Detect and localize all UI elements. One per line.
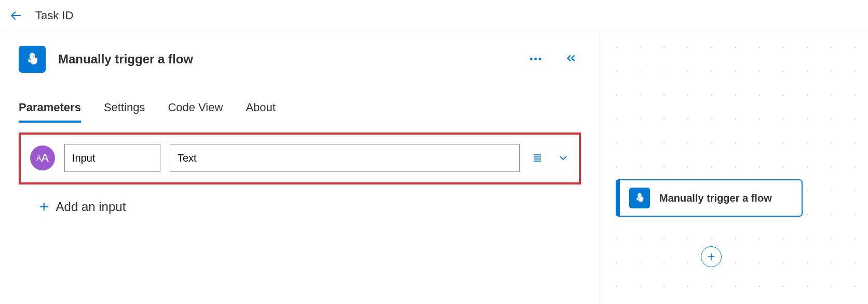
back-button[interactable] — [8, 8, 24, 23]
page-title: Task ID — [35, 9, 73, 22]
tabs: Parameters Settings Code View About — [19, 101, 581, 123]
more-actions-button[interactable]: ••• — [525, 52, 547, 67]
canvas-trigger-icon — [629, 188, 650, 208]
tab-code-view[interactable]: Code View — [168, 101, 223, 123]
configuration-panel: Manually trigger a flow ••• Parameters S… — [0, 31, 600, 304]
add-step-button[interactable] — [701, 246, 722, 267]
flow-canvas[interactable]: Manually trigger a flow — [600, 31, 868, 304]
main-area: Manually trigger a flow ••• Parameters S… — [0, 31, 868, 304]
list-icon — [531, 152, 544, 164]
plus-icon — [706, 251, 717, 262]
touch-icon — [634, 192, 645, 204]
parameter-expand-button[interactable] — [555, 150, 572, 166]
collapse-panel-button[interactable] — [561, 49, 581, 69]
arrow-left-icon — [8, 8, 24, 23]
trigger-title: Manually trigger a flow — [58, 52, 193, 67]
add-input-label: Add an input — [56, 200, 126, 214]
header-bar: Task ID — [0, 0, 868, 31]
trigger-icon — [19, 46, 46, 73]
parameter-name-input[interactable] — [64, 144, 160, 172]
tab-settings[interactable]: Settings — [104, 101, 145, 123]
tab-parameters[interactable]: Parameters — [19, 101, 81, 123]
add-input-button[interactable]: + Add an input — [39, 199, 581, 215]
canvas-trigger-card[interactable]: Manually trigger a flow — [616, 179, 803, 217]
chevron-down-icon — [557, 152, 569, 164]
parameter-menu-button[interactable] — [529, 150, 546, 166]
canvas-trigger-title: Manually trigger a flow — [659, 191, 772, 205]
input-parameter-row: AA — [19, 133, 581, 184]
chevron-double-left-icon — [564, 51, 578, 65]
text-type-badge: AA — [30, 146, 55, 170]
touch-icon — [24, 51, 40, 67]
tab-about[interactable]: About — [246, 101, 276, 123]
plus-icon: + — [39, 199, 49, 215]
parameter-value-input[interactable] — [170, 144, 520, 172]
trigger-header: Manually trigger a flow ••• — [19, 46, 581, 73]
